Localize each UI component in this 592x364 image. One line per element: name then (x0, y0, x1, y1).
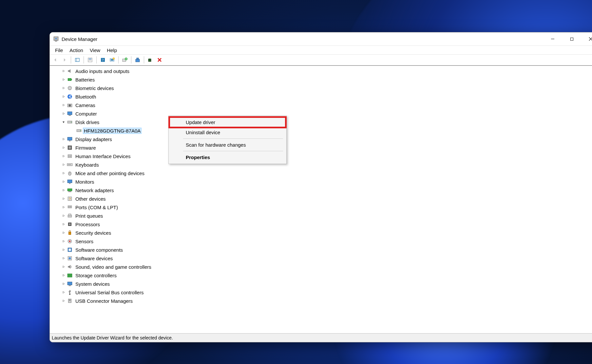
tree-node-monitor[interactable]: Monitors (50, 177, 592, 186)
tree-node-storage[interactable]: Storage controllers (50, 271, 592, 280)
tree-node-hid[interactable]: Human Interface Devices (50, 152, 592, 160)
tree-node-network[interactable]: Network adapters (50, 186, 592, 194)
svg-rect-43 (69, 147, 71, 149)
tree-node-other[interactable]: ?Other devices (50, 194, 592, 203)
expand-icon[interactable] (61, 111, 66, 116)
expand-icon[interactable] (61, 85, 66, 91)
maximize-button[interactable] (562, 32, 581, 46)
uninstall-device-button[interactable] (146, 56, 155, 64)
enable-device-button[interactable] (133, 56, 142, 64)
expand-icon[interactable] (61, 145, 66, 150)
window-title: Device Manager (62, 36, 97, 42)
expand-icon[interactable] (61, 222, 66, 227)
help-button[interactable]: ? (99, 56, 107, 64)
display-icon (67, 136, 73, 142)
expand-icon[interactable] (61, 298, 66, 303)
ctx-uninstall-device[interactable]: Uninstall device (169, 127, 286, 137)
tree-node-sensor[interactable]: Sensors (50, 237, 592, 246)
tree-node-usb[interactable]: Universal Serial Bus controllers (50, 288, 592, 297)
context-separator (183, 138, 283, 139)
back-button[interactable] (51, 56, 60, 64)
expand-icon[interactable] (61, 179, 66, 184)
tree-node-security[interactable]: Security devices (50, 228, 592, 237)
tree-node-computer[interactable]: Computer (50, 109, 592, 118)
tree-node-bluetooth[interactable]: Bluetooth (50, 92, 592, 101)
tree-node-disk[interactable]: Disk drives (50, 118, 592, 126)
svg-rect-59 (68, 206, 71, 208)
expand-icon[interactable] (61, 154, 66, 159)
swdev-icon (67, 255, 73, 261)
tree-node-firmware[interactable]: Firmware (50, 143, 592, 152)
show-hide-console-button[interactable] (73, 56, 82, 64)
scan-hardware-button[interactable] (108, 56, 116, 64)
menu-file[interactable]: File (52, 47, 66, 54)
tree-node-fingerprint[interactable]: Biometric devices (50, 84, 592, 92)
swcomp-icon (67, 247, 73, 253)
app-icon (53, 36, 59, 42)
properties-button[interactable] (86, 56, 94, 64)
svg-rect-54 (69, 183, 71, 184)
expand-icon[interactable] (61, 290, 66, 295)
expand-icon[interactable] (61, 102, 66, 108)
expand-icon[interactable] (61, 196, 66, 201)
svg-rect-26 (68, 79, 71, 81)
toolbar-separator (96, 56, 97, 64)
device-manager-window: Device Manager File Action View Help (49, 32, 592, 342)
disable-device-button[interactable] (155, 56, 164, 64)
menu-help[interactable]: Help (104, 47, 120, 54)
update-driver-button[interactable] (121, 56, 129, 64)
expand-icon[interactable] (61, 256, 66, 261)
tree-node-usbconn[interactable]: USB Connector Managers (50, 297, 592, 305)
svg-text:?: ? (69, 197, 71, 201)
tree-node-label: Network adapters (75, 188, 115, 193)
expand-icon[interactable] (61, 230, 66, 235)
ctx-update-driver[interactable]: Update driver (169, 117, 286, 127)
expand-icon[interactable] (61, 239, 66, 244)
tree-node-swcomp[interactable]: Software components (50, 246, 592, 254)
tree-node-mouse[interactable]: Mice and other pointing devices (50, 169, 592, 177)
ports-icon (67, 204, 73, 210)
forward-button[interactable] (60, 56, 69, 64)
expand-icon[interactable] (61, 273, 66, 278)
expand-icon[interactable] (61, 77, 66, 82)
titlebar[interactable]: Device Manager (50, 32, 592, 46)
menu-action[interactable]: Action (66, 47, 86, 54)
tree-node-camera[interactable]: Cameras (50, 101, 592, 109)
tree-node-label: Batteries (75, 77, 95, 82)
collapse-icon[interactable] (61, 119, 66, 125)
ctx-scan-hardware[interactable]: Scan for hardware changes (169, 140, 286, 150)
close-button[interactable] (581, 32, 592, 46)
expand-icon[interactable] (61, 247, 66, 252)
expand-icon[interactable] (61, 281, 66, 286)
tree-node-label: Monitors (75, 179, 95, 185)
expand-icon[interactable] (61, 205, 66, 210)
tree-node-display[interactable]: Display adapters (50, 135, 592, 143)
expand-icon[interactable] (61, 188, 66, 193)
tree-node-printer[interactable]: Print queues (50, 211, 592, 220)
device-tree[interactable]: Audio inputs and outputsBatteriesBiometr… (50, 66, 592, 333)
tree-node-disk[interactable]: HFM128GDGTNG-87A0A (50, 126, 592, 135)
menu-view[interactable]: View (86, 47, 104, 54)
expand-icon[interactable] (61, 136, 66, 142)
mouse-icon (67, 170, 73, 176)
tree-node-cpu[interactable]: Processors (50, 220, 592, 228)
tree-node-sound[interactable]: Sound, video and game controllers (50, 263, 592, 271)
usbconn-icon (67, 298, 73, 304)
expand-icon[interactable] (61, 213, 66, 218)
minimize-button[interactable] (543, 32, 562, 46)
tree-node-label: Sound, video and game controllers (75, 264, 152, 270)
tree-node-battery[interactable]: Batteries (50, 75, 592, 84)
tree-node-swdev[interactable]: Software devices (50, 254, 592, 263)
tree-node-speaker[interactable]: Audio inputs and outputs (50, 67, 592, 75)
tree-node-keyboard[interactable]: Keyboards (50, 160, 592, 169)
svg-rect-21 (137, 58, 139, 59)
expand-icon[interactable] (61, 68, 66, 74)
ctx-properties[interactable]: Properties (169, 152, 286, 162)
tree-node-ports[interactable]: Ports (COM & LPT) (50, 203, 592, 211)
expand-icon[interactable] (61, 162, 66, 167)
tree-node-system[interactable]: System devices (50, 280, 592, 288)
expand-icon[interactable] (70, 128, 75, 133)
expand-icon[interactable] (61, 264, 66, 269)
expand-icon[interactable] (61, 171, 66, 176)
expand-icon[interactable] (61, 94, 66, 99)
